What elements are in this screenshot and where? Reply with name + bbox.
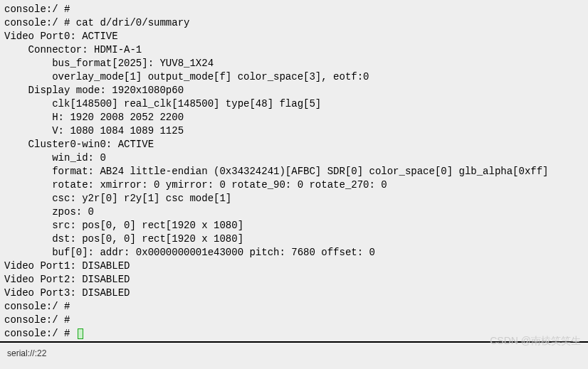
terminal-line: Video Port2: DISABLED <box>4 273 584 287</box>
terminal-line: console:/ # <box>4 3 584 16</box>
terminal-line: win_id: 0 <box>4 151 584 165</box>
terminal-prompt[interactable]: console:/ # <box>4 327 584 341</box>
terminal-line: csc: y2r[0] r2y[1] csc mode[1] <box>4 192 584 205</box>
terminal-line: zpos: 0 <box>4 205 584 219</box>
terminal-line: Video Port3: DISABLED <box>4 287 584 300</box>
terminal-line: Display mode: 1920x1080p60 <box>4 84 584 97</box>
terminal-line: H: 1920 2008 2052 2200 <box>4 111 584 124</box>
terminal-line: rotate: xmirror: 0 ymirror: 0 rotate_90:… <box>4 178 584 192</box>
terminal-line: Video Port1: DISABLED <box>4 260 584 273</box>
connection-status: serial://:22 <box>7 347 46 360</box>
status-bar: serial://:22 <box>0 343 588 364</box>
terminal-line: console:/ # <box>4 314 584 327</box>
terminal-line: overlay_mode[1] output_mode[f] color_spa… <box>4 70 584 84</box>
terminal-line: V: 1080 1084 1089 1125 <box>4 124 584 138</box>
terminal-line: src: pos[0, 0] rect[1920 x 1080] <box>4 219 584 232</box>
terminal-line: Video Port0: ACTIVE <box>4 30 584 43</box>
terminal-line: clk[148500] real_clk[148500] type[48] fl… <box>4 97 584 111</box>
terminal-line: Cluster0-win0: ACTIVE <box>4 138 584 151</box>
cursor-icon <box>78 328 83 339</box>
terminal-line: bus_format[2025]: YUV8_1X24 <box>4 57 584 70</box>
terminal-line: dst: pos[0, 0] rect[1920 x 1080] <box>4 232 584 246</box>
terminal-line: buf[0]: addr: 0x0000000001e43000 pitch: … <box>4 246 584 260</box>
terminal-line: console:/ # <box>4 300 584 314</box>
terminal-line: Connector: HDMI-A-1 <box>4 43 584 57</box>
prompt-text: console:/ # <box>4 328 76 339</box>
terminal-output[interactable]: console:/ #console:/ # cat d/dri/0/summa… <box>0 0 588 343</box>
terminal-line: format: AB24 little-endian (0x34324241)[… <box>4 165 584 178</box>
terminal-line: console:/ # cat d/dri/0/summary <box>4 16 584 30</box>
